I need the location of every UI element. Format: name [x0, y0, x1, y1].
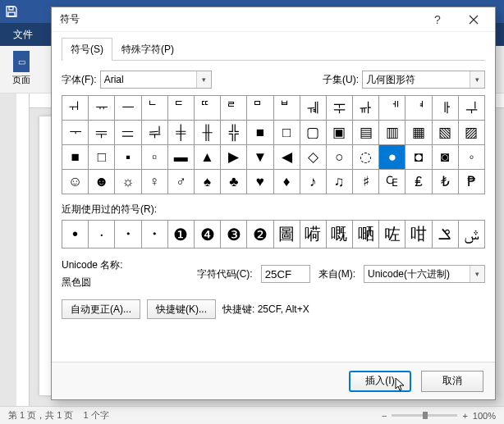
symbol-cell[interactable]: ╬	[221, 121, 247, 145]
symbol-cell[interactable]: ■	[62, 145, 89, 170]
symbol-cell[interactable]: ▤	[353, 121, 379, 145]
recent-symbol-cell[interactable]: 咁	[405, 221, 432, 248]
symbol-cell[interactable]: ᆘ	[433, 96, 459, 121]
zoom-in-icon[interactable]: +	[462, 411, 467, 421]
tab-special-chars[interactable]: 特殊字符(P)	[112, 38, 183, 61]
symbol-cell[interactable]: ▬	[168, 145, 195, 170]
symbol-cell[interactable]: ᄃ	[168, 96, 195, 121]
symbol-cell[interactable]: ᅦ	[379, 96, 405, 121]
recent-symbol-cell[interactable]: ・	[115, 221, 141, 248]
symbol-cell[interactable]: ᅲ	[89, 96, 115, 121]
font-select[interactable]: Arial ▾	[100, 71, 213, 89]
symbol-cell[interactable]: ♦	[274, 170, 300, 194]
symbol-cell[interactable]: ♫	[327, 170, 353, 194]
symbol-cell[interactable]: ▫	[142, 145, 168, 170]
symbol-cell[interactable]: ♠	[195, 170, 221, 194]
dialog-titlebar[interactable]: 符号 ?	[52, 7, 495, 32]
symbol-cell[interactable]: ▨	[459, 121, 485, 145]
symbol-cell[interactable]: ᆕ	[89, 121, 115, 145]
symbol-cell[interactable]: ■	[247, 121, 273, 145]
recent-symbol-cell[interactable]: ・	[142, 221, 168, 248]
symbol-cell[interactable]: ☺	[62, 170, 89, 194]
recent-symbol-cell[interactable]: ❸	[221, 221, 247, 248]
symbol-cell[interactable]: ▦	[405, 121, 432, 145]
recent-symbol-cell[interactable]: 圖	[274, 221, 300, 248]
symbol-cell[interactable]: ♥	[247, 170, 273, 194]
recent-symbol-cell[interactable]: ❹	[195, 221, 221, 248]
symbol-cell[interactable]: ◀	[274, 145, 300, 170]
symbol-cell[interactable]: ♯	[353, 170, 379, 194]
recent-symbol-cell[interactable]: 嗬	[300, 221, 327, 248]
from-select[interactable]: Unicode(十六进制) ▾	[364, 265, 485, 283]
symbol-cell[interactable]: ◇	[300, 145, 327, 170]
insert-button[interactable]: 插入(I)	[349, 371, 411, 392]
symbol-cell[interactable]: ╪	[168, 121, 195, 145]
ruler-vertical[interactable]	[16, 93, 30, 406]
symbol-cell[interactable]: ᄅ	[221, 96, 247, 121]
symbol-cell[interactable]: ▲	[195, 145, 221, 170]
symbol-cell[interactable]: ᅧ	[405, 96, 432, 121]
symbol-cell[interactable]: ▥	[379, 121, 405, 145]
page-button[interactable]: ▭ 页面	[8, 51, 34, 86]
symbol-cell[interactable]: ᄆ	[247, 96, 273, 121]
symbol-cell[interactable]: ▣	[327, 121, 353, 145]
recent-symbol-cell[interactable]: ·	[89, 221, 115, 248]
symbol-cell[interactable]: ☻	[89, 170, 115, 194]
recent-symbol-cell[interactable]: ❶	[168, 221, 195, 248]
recent-symbol-cell[interactable]: 嘅	[327, 221, 353, 248]
zoom-out-icon[interactable]: −	[382, 411, 387, 421]
symbol-cell[interactable]: ◌	[353, 145, 379, 170]
symbol-cell[interactable]: ▢	[300, 121, 327, 145]
symbol-cell[interactable]: ▪	[115, 145, 141, 170]
symbol-cell[interactable]: ♣	[221, 170, 247, 194]
symbol-cell[interactable]: ☼	[115, 170, 141, 194]
symbol-cell[interactable]: ᄄ	[195, 96, 221, 121]
symbol-cell[interactable]: ▶	[221, 145, 247, 170]
symbol-cell[interactable]: ᆍ	[327, 96, 353, 121]
symbol-cell[interactable]: □	[274, 121, 300, 145]
symbol-cell[interactable]: □	[89, 145, 115, 170]
symbol-cell[interactable]: ▧	[433, 121, 459, 145]
char-code-input[interactable]	[261, 265, 310, 283]
symbol-cell[interactable]: ₺	[433, 170, 459, 194]
zoom-value[interactable]: 100%	[473, 411, 496, 421]
symbol-cell[interactable]: ᆌ	[300, 96, 327, 121]
autocorrect-button[interactable]: 自动更正(A)...	[62, 299, 140, 319]
symbol-cell[interactable]: ᄂ	[142, 96, 168, 121]
symbol-cell[interactable]: ○	[327, 145, 353, 170]
symbol-cell[interactable]: ₤	[405, 170, 432, 194]
symbol-cell[interactable]: ᆖ	[115, 121, 141, 145]
file-tab[interactable]: 文件	[0, 23, 46, 46]
recent-symbol-cell[interactable]: •	[62, 221, 89, 248]
save-icon[interactable]	[0, 0, 23, 23]
recent-symbol-cell[interactable]: ݜ	[459, 221, 485, 248]
shortcut-key-button[interactable]: 快捷键(K)...	[147, 299, 216, 319]
zoom-slider[interactable]	[392, 414, 457, 417]
cancel-button[interactable]: 取消	[421, 371, 483, 392]
symbol-cell[interactable]: ●	[379, 145, 405, 170]
recent-symbol-cell[interactable]: ݏ	[433, 221, 459, 248]
symbol-cell[interactable]: ᆛ	[459, 96, 485, 121]
status-page[interactable]: 第 1 页，共 1 页	[8, 409, 73, 422]
symbol-cell[interactable]: ◦	[459, 145, 485, 170]
symbol-cell[interactable]: ♀	[142, 170, 168, 194]
tab-symbols[interactable]: 符号(S)	[62, 38, 112, 61]
symbol-cell[interactable]: ᆎ	[353, 96, 379, 121]
symbol-cell[interactable]: ▼	[247, 145, 273, 170]
symbol-cell[interactable]: ᄇ	[274, 96, 300, 121]
symbol-cell[interactable]: ᅮ	[62, 121, 89, 145]
symbol-cell[interactable]: ◙	[433, 145, 459, 170]
symbol-cell[interactable]: ᅳ	[115, 96, 141, 121]
symbol-cell[interactable]: ᆗ	[142, 121, 168, 145]
subset-select[interactable]: 几何图形符 ▾	[362, 71, 485, 89]
recent-symbol-cell[interactable]: 嗮	[353, 221, 379, 248]
close-button[interactable]	[456, 8, 492, 31]
symbol-cell[interactable]: ₠	[379, 170, 405, 194]
recent-symbol-cell[interactable]: ❷	[247, 221, 273, 248]
symbol-cell[interactable]: ₱	[459, 170, 485, 194]
symbol-cell[interactable]: ♪	[300, 170, 327, 194]
symbol-cell[interactable]: ᅱ	[62, 96, 89, 121]
symbol-cell[interactable]: ♂	[168, 170, 195, 194]
status-words[interactable]: 1 个字	[83, 409, 108, 422]
symbol-cell[interactable]: ╫	[195, 121, 221, 145]
